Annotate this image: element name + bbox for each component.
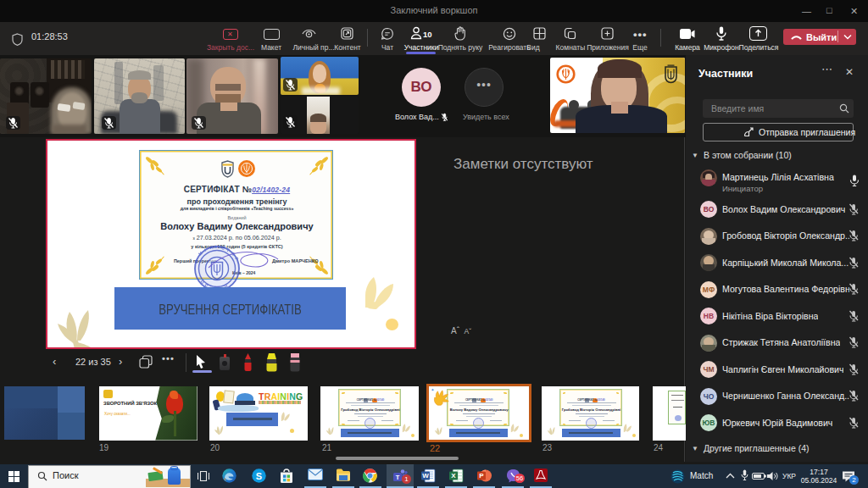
svg-text:X: X	[451, 472, 456, 480]
svg-text:S: S	[256, 471, 262, 481]
svg-text:T: T	[396, 474, 400, 481]
svg-text:W: W	[422, 472, 429, 480]
svg-text:P: P	[479, 472, 484, 480]
